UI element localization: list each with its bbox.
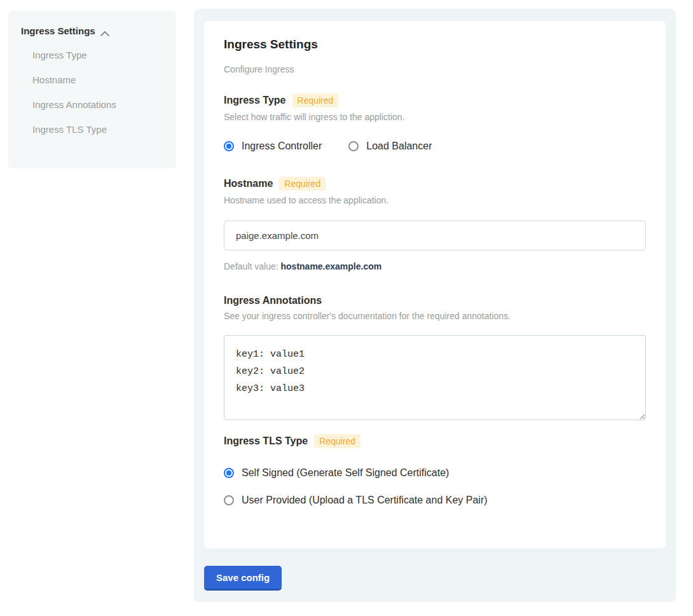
required-badge: Required bbox=[292, 93, 339, 107]
ingress-annotations-label: Ingress Annotations bbox=[224, 295, 322, 306]
page-title: Ingress Settings bbox=[224, 38, 646, 51]
radio-icon[interactable] bbox=[224, 141, 234, 151]
radio-label: Self Signed (Generate Self Signed Certif… bbox=[242, 467, 449, 479]
group-ingress-type: Ingress Type Required Select how traffic… bbox=[224, 93, 646, 152]
ingress-tls-type-label: Ingress TLS Type bbox=[224, 435, 308, 447]
config-panel: Ingress Settings Configure Ingress Ingre… bbox=[194, 9, 676, 602]
group-ingress-annotations: Ingress Annotations See your ingress con… bbox=[224, 295, 646, 420]
sidebar-item-hostname[interactable]: Hostname bbox=[21, 67, 163, 92]
sidebar: Ingress Settings Ingress Type Hostname I… bbox=[8, 11, 176, 168]
sidebar-section-title: Ingress Settings bbox=[21, 25, 95, 36]
page-subtitle: Configure Ingress bbox=[224, 64, 646, 74]
radio-user-provided[interactable]: User Provided (Upload a TLS Certificate … bbox=[224, 495, 646, 506]
radio-load-balancer[interactable]: Load Balancer bbox=[348, 140, 432, 152]
radio-icon[interactable] bbox=[348, 141, 359, 151]
group-hostname: Hostname Required Hostname used to acces… bbox=[224, 177, 646, 271]
config-card: Ingress Settings Configure Ingress Ingre… bbox=[204, 21, 666, 549]
ingress-type-label: Ingress Type bbox=[224, 95, 286, 106]
radio-icon[interactable] bbox=[224, 495, 234, 505]
sidebar-item-ingress-type[interactable]: Ingress Type bbox=[21, 43, 163, 67]
hostname-label: Hostname bbox=[224, 178, 273, 189]
default-value: hostname.example.com bbox=[281, 261, 382, 271]
required-badge: Required bbox=[314, 434, 360, 448]
radio-label: Ingress Controller bbox=[242, 140, 322, 152]
radio-self-signed[interactable]: Self Signed (Generate Self Signed Certif… bbox=[224, 467, 646, 479]
save-config-button[interactable]: Save config bbox=[204, 566, 282, 591]
radio-icon[interactable] bbox=[224, 468, 234, 478]
radio-ingress-controller[interactable]: Ingress Controller bbox=[224, 140, 322, 152]
radio-label: User Provided (Upload a TLS Certificate … bbox=[242, 495, 488, 506]
hostname-help: Hostname used to access the application. bbox=[224, 195, 646, 205]
ingress-annotations-textarea[interactable]: key1: value1 key2: value2 key3: value3 bbox=[224, 335, 646, 420]
sidebar-section-toggle[interactable]: Ingress Settings bbox=[21, 25, 163, 36]
required-badge: Required bbox=[279, 177, 326, 191]
ingress-annotations-help: See your ingress controller's documentat… bbox=[224, 311, 646, 321]
chevron-up-icon bbox=[100, 28, 109, 34]
ingress-type-help: Select how traffic will ingress to the a… bbox=[224, 112, 646, 122]
sidebar-item-ingress-annotations[interactable]: Ingress Annotations bbox=[21, 92, 163, 117]
sidebar-item-ingress-tls-type[interactable]: Ingress TLS Type bbox=[21, 117, 163, 142]
hostname-default-line: Default value: hostname.example.com bbox=[224, 261, 646, 271]
default-value-prefix: Default value: bbox=[224, 261, 281, 271]
radio-label: Load Balancer bbox=[366, 140, 432, 152]
hostname-input[interactable] bbox=[224, 221, 646, 250]
group-ingress-tls-type: Ingress TLS Type Required Self Signed (G… bbox=[224, 434, 646, 506]
